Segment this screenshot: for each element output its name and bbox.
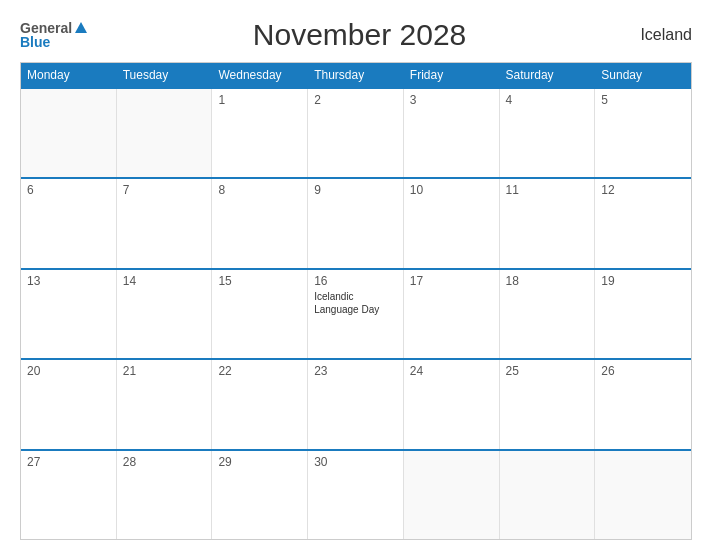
day-number: 9 — [314, 183, 397, 197]
calendar-header: MondayTuesdayWednesdayThursdayFridaySatu… — [21, 63, 691, 87]
logo: GeneralBlue — [20, 21, 87, 49]
calendar-cell: 16Icelandic Language Day — [308, 270, 404, 358]
calendar-cell: 10 — [404, 179, 500, 267]
day-number: 28 — [123, 455, 206, 469]
calendar-cell: 13 — [21, 270, 117, 358]
day-number: 15 — [218, 274, 301, 288]
calendar-cell: 30 — [308, 451, 404, 539]
calendar-cell: 22 — [212, 360, 308, 448]
calendar-week: 13141516Icelandic Language Day171819 — [21, 268, 691, 358]
calendar-day-header: Tuesday — [117, 63, 213, 87]
calendar-cell: 4 — [500, 89, 596, 177]
calendar-cell: 19 — [595, 270, 691, 358]
day-number: 21 — [123, 364, 206, 378]
calendar-cell — [21, 89, 117, 177]
calendar-cell: 20 — [21, 360, 117, 448]
calendar-cell: 29 — [212, 451, 308, 539]
calendar-week: 27282930 — [21, 449, 691, 539]
country-label: Iceland — [632, 26, 692, 44]
day-number: 12 — [601, 183, 685, 197]
day-number: 26 — [601, 364, 685, 378]
calendar-cell: 7 — [117, 179, 213, 267]
calendar-day-header: Friday — [404, 63, 500, 87]
calendar-cell: 3 — [404, 89, 500, 177]
calendar-cell: 27 — [21, 451, 117, 539]
calendar-cell: 14 — [117, 270, 213, 358]
calendar-cell: 28 — [117, 451, 213, 539]
day-number: 16 — [314, 274, 397, 288]
day-number: 27 — [27, 455, 110, 469]
day-number: 18 — [506, 274, 589, 288]
page-title: November 2028 — [87, 18, 632, 52]
day-number: 8 — [218, 183, 301, 197]
day-number: 13 — [27, 274, 110, 288]
calendar-cell — [404, 451, 500, 539]
calendar-cell: 23 — [308, 360, 404, 448]
day-number: 10 — [410, 183, 493, 197]
logo-triangle-icon — [75, 22, 87, 33]
calendar-day-header: Thursday — [308, 63, 404, 87]
calendar-cell: 11 — [500, 179, 596, 267]
day-number: 7 — [123, 183, 206, 197]
day-number: 6 — [27, 183, 110, 197]
day-number: 17 — [410, 274, 493, 288]
calendar-cell: 6 — [21, 179, 117, 267]
calendar-day-header: Wednesday — [212, 63, 308, 87]
header: GeneralBlue November 2028 Iceland — [20, 18, 692, 52]
calendar-cell: 15 — [212, 270, 308, 358]
page: GeneralBlue November 2028 Iceland Monday… — [0, 0, 712, 550]
day-number: 1 — [218, 93, 301, 107]
calendar-cell: 18 — [500, 270, 596, 358]
day-number: 23 — [314, 364, 397, 378]
day-number: 22 — [218, 364, 301, 378]
calendar-event: Icelandic Language Day — [314, 290, 397, 316]
calendar-cell: 21 — [117, 360, 213, 448]
calendar-day-header: Monday — [21, 63, 117, 87]
day-number: 5 — [601, 93, 685, 107]
calendar-cell: 8 — [212, 179, 308, 267]
calendar-cell: 2 — [308, 89, 404, 177]
calendar-cell: 1 — [212, 89, 308, 177]
calendar-day-header: Saturday — [500, 63, 596, 87]
day-number: 3 — [410, 93, 493, 107]
day-number: 30 — [314, 455, 397, 469]
day-number: 20 — [27, 364, 110, 378]
calendar-cell — [117, 89, 213, 177]
day-number: 25 — [506, 364, 589, 378]
calendar-cell: 24 — [404, 360, 500, 448]
day-number: 29 — [218, 455, 301, 469]
calendar-body: 12345678910111213141516Icelandic Languag… — [21, 87, 691, 539]
calendar-cell: 12 — [595, 179, 691, 267]
logo-general-text: General — [20, 21, 72, 35]
calendar-day-header: Sunday — [595, 63, 691, 87]
day-number: 19 — [601, 274, 685, 288]
calendar-cell: 26 — [595, 360, 691, 448]
logo-blue-text: Blue — [20, 35, 50, 49]
day-number: 24 — [410, 364, 493, 378]
calendar-week: 6789101112 — [21, 177, 691, 267]
calendar: MondayTuesdayWednesdayThursdayFridaySatu… — [20, 62, 692, 540]
calendar-cell: 25 — [500, 360, 596, 448]
day-number: 14 — [123, 274, 206, 288]
calendar-cell — [595, 451, 691, 539]
calendar-cell — [500, 451, 596, 539]
day-number: 11 — [506, 183, 589, 197]
calendar-cell: 5 — [595, 89, 691, 177]
calendar-cell: 17 — [404, 270, 500, 358]
calendar-week: 20212223242526 — [21, 358, 691, 448]
calendar-week: 12345 — [21, 87, 691, 177]
day-number: 2 — [314, 93, 397, 107]
day-number: 4 — [506, 93, 589, 107]
calendar-cell: 9 — [308, 179, 404, 267]
